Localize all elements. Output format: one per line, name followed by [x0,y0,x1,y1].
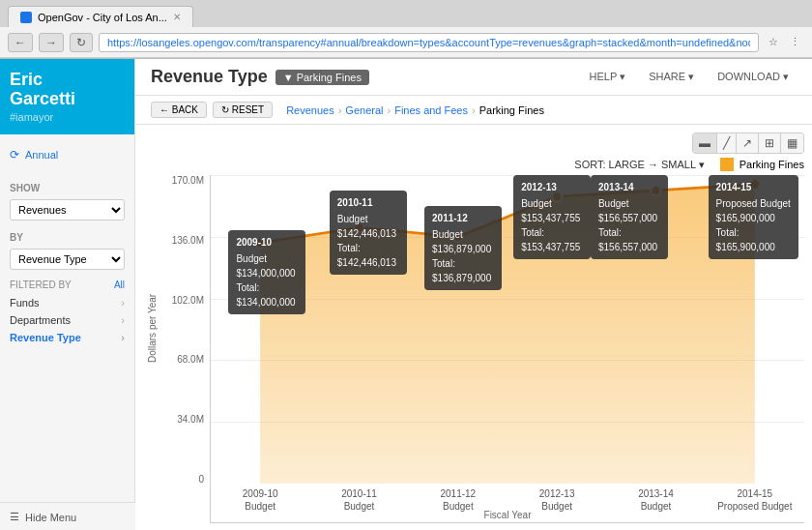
sidebar-show-section: SHOW [0,175,134,195]
sidebar-nav-annual[interactable]: ⟳ Annual [0,142,134,167]
hamburger-icon: ☰ [10,511,19,523]
show-label: SHOW [10,183,40,193]
chart-legend: Parking Fines [720,158,804,171]
app-container: EricGarcetti #iamayor ⟳ Annual SHOW Reve… [0,59,812,530]
svg-point-3 [453,231,463,242]
y-tick-136: 136.0M [161,235,210,246]
view-btn-table[interactable]: ▦ [781,133,803,153]
x-axis-title: Fiscal Year [484,510,532,520]
show-select[interactable]: Revenues [10,199,125,221]
svg-point-1 [255,238,265,249]
filtered-by-all[interactable]: All [114,280,125,290]
filter-revenue-type-label: Revenue Type [10,332,81,343]
browser-chrome: OpenGov - City of Los An... ✕ ← → ↻ ☆ ⋮ [0,0,812,59]
filtered-by-text: FILTERED BY [10,280,72,290]
tab-close-btn[interactable]: ✕ [173,12,181,22]
breadcrumb-general[interactable]: General [345,104,383,116]
sidebar-by-control: Revenue Type [0,245,134,274]
breadcrumb-revenues[interactable]: Revenues [286,104,334,116]
filter-badge[interactable]: ▼ Parking Fines [276,70,369,85]
area-chart-svg [211,175,804,484]
url-bar[interactable] [99,33,759,52]
legend-label: Parking Fines [740,159,804,170]
departments-chevron-icon: › [121,314,125,326]
y-axis: 170.0M 136.0M 102.0M 68.0M 34.0M 0 [161,175,210,523]
logo-name: EricGarcetti [10,71,125,109]
y-tick-68: 68.0M [161,354,210,365]
sidebar-show-control: Revenues [0,195,134,224]
svg-marker-0 [260,185,755,484]
filter-funds-label: Funds [10,297,40,309]
svg-point-5 [651,186,660,196]
breadcrumb: ← BACK ↻ RESET Revenues › General › Fine… [135,96,812,125]
svg-point-6 [750,179,760,190]
reset-btn[interactable]: ↻ RESET [213,102,273,118]
help-btn[interactable]: HELP ▾ [582,68,634,86]
breadcrumb-sep-3: › [472,104,476,116]
page-title: Revenue Type [151,67,268,87]
chart-plot: 2009-10 Budget $134,000,000 Total: $134,… [210,175,804,523]
annual-icon: ⟳ [10,148,19,162]
view-btn-grid[interactable]: ⊞ [759,133,781,153]
header-right: HELP ▾ SHARE ▾ DOWNLOAD ▾ [582,68,797,86]
sort-control[interactable]: SORT: LARGE → SMALL ▾ [574,159,704,171]
y-tick-102: 102.0M [161,295,210,306]
share-btn[interactable]: SHARE ▾ [641,68,702,86]
breadcrumb-sep-1: › [338,104,342,116]
breadcrumb-fines-fees[interactable]: Fines and Fees [394,104,468,116]
download-btn[interactable]: DOWNLOAD ▾ [710,68,797,86]
main-content: Revenue Type ▼ Parking Fines HELP ▾ SHAR… [135,59,812,530]
sidebar-logo: EricGarcetti #iamayor [0,59,134,134]
browser-toolbar: ← → ↻ ☆ ⋮ [0,27,812,58]
x-tick-2010: 2010-11 Budget [309,484,408,522]
back-btn[interactable]: ← BACK [151,102,207,118]
bar-container: 2009-10 Budget $134,000,000 Total: $134,… [211,175,804,484]
browser-tab[interactable]: OpenGov - City of Los An... ✕ [8,6,193,27]
svg-point-4 [552,191,562,202]
chart-controls: ▬ ╱ ↗ ⊞ ▦ [161,132,804,158]
breadcrumb-sep-2: › [388,104,392,116]
x-tick-2014: 2014-15 Proposed Budget [706,484,804,522]
filter-funds[interactable]: Funds › [10,294,125,311]
favicon [20,12,32,23]
funds-chevron-icon: › [121,297,125,309]
chart-main: ▬ ╱ ↗ ⊞ ▦ SORT: LARGE → SMALL ▾ Parking … [161,132,804,523]
main-header: Revenue Type ▼ Parking Fines HELP ▾ SHAR… [135,59,812,96]
hide-menu-label: Hide Menu [25,512,76,523]
sidebar-nav: ⟳ Annual [0,134,134,175]
filter-departments-label: Departments [10,314,71,326]
x-tick-2009: 2009-10 Budget [211,484,309,522]
y-tick-170: 170.0M [161,175,210,186]
view-btn-trend[interactable]: ↗ [737,133,759,153]
hide-menu-btn[interactable]: ☰ Hide Menu [0,502,135,530]
y-axis-label: Dollars per Year [143,132,161,523]
forward-nav-btn[interactable]: → [39,33,64,52]
browser-actions: ☆ ⋮ [765,34,804,50]
reload-nav-btn[interactable]: ↻ [70,33,93,52]
y-tick-34: 34.0M [161,414,210,425]
view-btn-line[interactable]: ╱ [717,133,737,153]
breadcrumb-parking-fines: Parking Fines [479,104,544,116]
logo-tagline: #iamayor [10,111,125,123]
breadcrumb-nav: ← BACK ↻ RESET [151,102,273,118]
filtered-by-label: FILTERED BY All [10,280,125,290]
tab-title: OpenGov - City of Los An... [38,12,167,23]
header-left: Revenue Type ▼ Parking Fines [151,67,369,87]
back-nav-btn[interactable]: ← [8,33,33,52]
filter-departments[interactable]: Departments › [10,311,125,329]
sidebar-by-section: BY [0,224,134,245]
view-btn-bar[interactable]: ▬ [693,133,717,153]
svg-point-2 [354,222,363,233]
settings-icon[interactable]: ⋮ [786,34,804,50]
bookmark-btn[interactable]: ☆ [765,34,782,50]
tab-bar: OpenGov - City of Los An... ✕ [0,0,812,27]
chart-area: Dollars per Year ▬ ╱ ↗ ⊞ ▦ SORT: LARGE →… [135,125,812,530]
filter-revenue-type[interactable]: Revenue Type › [10,329,125,346]
legend-color-box [720,158,734,171]
by-select[interactable]: Revenue Type [10,249,125,270]
sidebar-nav-annual-label: Annual [25,149,58,161]
sidebar-filter-section: FILTERED BY All Funds › Departments › Re… [0,274,134,348]
sidebar: EricGarcetti #iamayor ⟳ Annual SHOW Reve… [0,59,135,530]
revenue-type-chevron-icon: › [121,332,125,343]
y-tick-0: 0 [161,474,210,485]
